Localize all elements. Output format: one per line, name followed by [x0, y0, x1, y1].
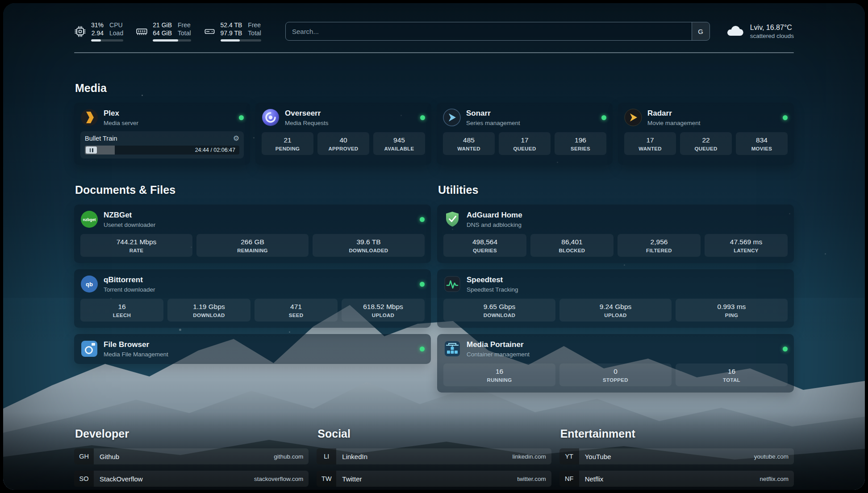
service-card-qbittorrent[interactable]: qb qBittorrent Torrent downloader 16 — [74, 269, 431, 328]
cpu-usage-label: CPU — [109, 21, 123, 29]
stat-filtered: 2,956 FILTERED — [618, 234, 701, 257]
stat-queued: 17 QUEUED — [499, 132, 551, 155]
stat-pending: 21 PENDING — [262, 132, 313, 155]
stat-movies: 834 MOVIES — [736, 132, 788, 155]
service-card-filebrowser[interactable]: File Browser Media File Management — [74, 334, 431, 364]
service-card-radarr[interactable]: Radarr Movie management 17 WANTED 22 QUE… — [618, 103, 794, 165]
service-description: Speedtest Tracking — [467, 286, 518, 293]
disk-widget: 52.4 TB 97.9 TB Free Total — [204, 21, 261, 42]
disk-usage-bar — [221, 39, 261, 42]
overseerr-icon — [262, 109, 280, 126]
service-name: qBittorrent — [104, 276, 155, 284]
bookmark-url: linkedin.com — [513, 453, 546, 460]
memory-widget: 21 GiB 64 GiB Free Total — [136, 21, 191, 42]
radarr-icon — [624, 109, 642, 126]
service-card-nzbget[interactable]: nzbget NZBGet Usenet downloader 744.21 M… — [74, 205, 431, 263]
service-name: Sonarr — [466, 109, 520, 118]
plex-now-playing: Bullet Train ⚙ 24:44 / 02:06:47 — [80, 131, 244, 159]
status-dot — [420, 282, 425, 287]
stat-latency: 47.569 ms LATENCY — [705, 234, 788, 257]
service-card-overseerr[interactable]: Overseerr Media Requests 21 PENDING 40 A… — [255, 103, 431, 165]
service-card-speedtest[interactable]: Speedtest Speedtest Tracking 9.65 Gbps D… — [437, 269, 794, 328]
service-name: File Browser — [104, 340, 168, 349]
bookmark-group-developer: Developer GH Github github.com SO StackO… — [74, 427, 309, 490]
stat-total: 16 TOTAL — [676, 363, 788, 386]
stat-download: 1.19 Gbps DOWNLOAD — [167, 299, 250, 322]
documents-section: Documents & Files nzbget NZBGet Usenet d… — [74, 184, 431, 393]
service-description: Media Requests — [285, 120, 329, 126]
status-dot — [783, 347, 788, 351]
bookmark-netflix[interactable]: NF Netflix netflix.com — [559, 471, 794, 487]
stat-ping: 0.993 ms PING — [676, 299, 788, 322]
filebrowser-icon — [80, 340, 98, 358]
disk-total-label: Total — [248, 29, 261, 37]
stat-seed: 471 SEED — [255, 299, 338, 322]
memory-usage-bar — [153, 39, 191, 42]
status-dot — [420, 217, 425, 222]
search-bar: G — [285, 22, 710, 41]
sonarr-icon — [443, 109, 461, 126]
playback-progress-bar[interactable]: 24:44 / 02:06:47 — [85, 146, 239, 155]
now-playing-title: Bullet Train — [85, 135, 117, 142]
service-description: Media File Management — [104, 351, 168, 358]
stat-stopped: 0 STOPPED — [559, 363, 672, 386]
bookmark-twitter[interactable]: TW Twitter twitter.com — [317, 471, 551, 487]
stat-series: 196 SERIES — [555, 132, 606, 155]
bookmark-url: stackoverflow.com — [254, 476, 303, 482]
stat-upload: 9.24 Gbps UPLOAD — [559, 299, 672, 322]
section-title-social: Social — [317, 427, 551, 440]
stat-available: 945 AVAILABLE — [373, 132, 425, 155]
speedtest-icon — [443, 275, 461, 293]
pause-button[interactable] — [86, 146, 97, 154]
nzbget-icon: nzbget — [80, 210, 98, 228]
bookmark-name: StackOverflow — [100, 475, 143, 483]
cpu-usage-value: 31% — [91, 21, 104, 29]
stat-download: 9.65 Gbps DOWNLOAD — [443, 299, 555, 322]
service-card-sonarr[interactable]: Sonarr Series management 485 WANTED 17 Q… — [437, 103, 613, 165]
status-dot — [783, 115, 788, 120]
bookmark-name: Github — [100, 453, 119, 460]
search-provider-button[interactable]: G — [692, 22, 709, 40]
service-card-adguard[interactable]: AdGuard Home DNS and adblocking 498,564 … — [437, 205, 794, 263]
disk-free-label: Free — [248, 21, 261, 29]
bookmark-name: Netflix — [585, 475, 604, 483]
bookmark-group-social: Social LI LinkedIn linkedin.com TW Twitt… — [317, 427, 551, 490]
cpu-widget: 31% 2.94 CPU Load — [74, 21, 123, 42]
memory-total-label: Total — [178, 29, 191, 37]
section-title-developer: Developer — [75, 427, 309, 440]
service-card-plex[interactable]: Plex Media server Bullet Train ⚙ — [74, 103, 250, 165]
bookmark-abbr: LI — [317, 448, 336, 464]
bookmark-name: LinkedIn — [342, 453, 367, 460]
bookmark-github[interactable]: GH Github github.com — [74, 448, 309, 464]
bookmark-stackoverflow[interactable]: SO StackOverflow stackoverflow.com — [74, 471, 309, 487]
cpu-icon — [74, 25, 86, 38]
top-bar: 31% 2.94 CPU Load — [74, 21, 794, 42]
bookmark-youtube[interactable]: YT YouTube youtube.com — [559, 448, 794, 464]
stat-remaining: 266 GB REMAINING — [196, 234, 309, 257]
service-name: NZBGet — [104, 211, 155, 220]
service-description: Series management — [466, 120, 520, 126]
search-input[interactable] — [286, 22, 692, 40]
weather-condition: scattered clouds — [750, 33, 794, 39]
service-description: Movie management — [647, 120, 701, 126]
service-description: Usenet downloader — [104, 221, 155, 228]
snow-specks — [3, 3, 4, 4]
settings-gear-icon[interactable]: ⚙ — [233, 135, 239, 142]
bookmark-name: YouTube — [585, 453, 611, 460]
stat-blocked: 86,401 BLOCKED — [530, 234, 613, 257]
disk-total-value: 97.9 TB — [221, 29, 242, 37]
memory-free-value: 21 GiB — [153, 21, 172, 29]
service-card-portainer[interactable]: Media Portainer Container management 16 … — [437, 334, 794, 393]
service-name: AdGuard Home — [467, 211, 522, 220]
bookmark-linkedin[interactable]: LI LinkedIn linkedin.com — [317, 448, 551, 464]
utilities-section: Utilities AdGu — [437, 184, 794, 393]
svg-text:nzbget: nzbget — [83, 217, 96, 222]
bookmark-url: youtube.com — [754, 453, 789, 460]
cpu-usage-bar — [91, 39, 123, 42]
adguard-icon — [443, 210, 461, 228]
section-title-utilities: Utilities — [438, 184, 794, 196]
qbittorrent-icon: qb — [80, 275, 98, 293]
memory-icon — [136, 25, 148, 38]
stat-wanted: 485 WANTED — [443, 132, 495, 155]
bookmark-url: netflix.com — [760, 476, 789, 482]
